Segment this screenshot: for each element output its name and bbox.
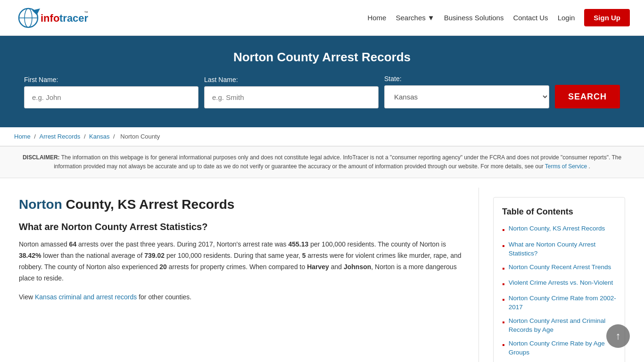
search-section-title: Norton County Arrest Records [14,50,630,65]
breadcrumb-home[interactable]: Home [14,133,31,140]
nav-signup[interactable]: Sign Up [584,9,630,26]
content-heading-highlight: Norton [19,197,62,212]
first-name-label: First Name: [24,76,58,83]
nav: Home Searches ▼ Business Solutions Conta… [367,9,630,26]
content-para2: View Kansas criminal and arrest records … [19,292,464,303]
search-form: First Name: Last Name: State: Kansas Ala… [14,75,630,108]
stat-455: 455.13 [289,240,309,248]
section1-heading: What are Norton County Arrest Statistics… [19,222,464,232]
search-button[interactable]: SEARCH [555,85,620,108]
disclaimer-bold: DISCLAIMER: [23,154,60,161]
toc-item: Norton County Arrest and Criminal Record… [502,317,616,335]
disclaimer-text: The information on this webpage is for g… [54,154,621,170]
search-section: Norton County Arrest Records First Name:… [0,36,644,127]
toc-item: Norton County, KS Arrest Records [502,224,616,235]
nav-login[interactable]: Login [558,14,575,22]
last-name-group: Last Name: [204,76,379,108]
disclaimer: DISCLAIMER: The information on this webp… [0,146,644,178]
logo-area: info tracer ™ [14,5,90,31]
content-heading-rest: County, KS Arrest Records [62,197,235,212]
stat-64: 64 [69,240,77,248]
toc-link[interactable]: What are Norton County Arrest Statistics… [509,240,616,258]
breadcrumb-sep1: / [34,133,37,140]
toc-link[interactable]: Norton County, KS Arrest Records [509,224,605,233]
kansas-records-link[interactable]: Kansas criminal and arrest records [35,293,137,301]
toc-item: Norton County Crime Rate by Age Groups [502,339,616,357]
main-content: Norton County, KS Arrest Records What ar… [0,178,644,362]
toc-item: Norton County Recent Arrest Trends [502,263,616,274]
state-group: State: Kansas Alabama Alaska Arizona Ark… [384,75,549,108]
toc-list: Norton County, KS Arrest RecordsWhat are… [502,224,616,362]
breadcrumb-norton-county: Norton County [120,133,160,140]
disclaimer-tos-link[interactable]: Terms of Service [545,163,587,170]
toc-box: Table of Contents Norton County, KS Arre… [493,197,625,362]
toc-heading: Table of Contents [502,207,616,217]
chevron-down-icon: ▼ [428,14,435,22]
last-name-input[interactable] [204,86,379,108]
toc-item: Violent Crime Arrests vs. Non-Violent [502,279,616,289]
scroll-up-button[interactable]: ↑ [606,324,630,348]
toc-item: Norton County Crime Rate from 2002-2017 [502,294,616,312]
svg-text:info: info [41,12,59,24]
content-heading: Norton County, KS Arrest Records [19,197,464,212]
breadcrumb-arrest-records[interactable]: Arrest Records [40,133,81,140]
toc-item: What are Norton County Arrest Statistics… [502,240,616,258]
stat-38: 38.42% [19,252,41,259]
nav-searches[interactable]: Searches ▼ [396,14,434,22]
stat-5: 5 [302,252,306,259]
first-name-input[interactable] [24,86,198,108]
county-harvey: Harvey [307,263,329,271]
nav-business-solutions[interactable]: Business Solutions [444,14,504,22]
nav-contact-us[interactable]: Contact Us [513,14,548,22]
toc-link[interactable]: Norton County Arrest and Criminal Record… [509,317,616,335]
svg-text:™: ™ [84,10,88,15]
toc-link[interactable]: Norton County Recent Arrest Trends [509,263,611,272]
header: info tracer ™ Home Searches ▼ Business S… [0,0,644,36]
state-label: State: [384,75,402,82]
breadcrumb: Home / Arrest Records / Kansas / Norton … [0,127,644,146]
first-name-group: First Name: [24,76,198,108]
county-johnson: Johnson [344,263,371,271]
logo[interactable]: info tracer ™ [14,5,90,31]
last-name-label: Last Name: [204,76,238,83]
nav-home[interactable]: Home [367,14,386,22]
disclaimer-end: . [589,163,590,170]
stat-20: 20 [159,263,167,271]
toc-link[interactable]: Violent Crime Arrests vs. Non-Violent [509,279,613,288]
breadcrumb-sep2: / [84,133,87,140]
toc-link[interactable]: Norton County Crime Rate from 2002-2017 [509,294,616,312]
state-select[interactable]: Kansas Alabama Alaska Arizona Arkansas C… [384,85,549,108]
breadcrumb-sep3: / [113,133,116,140]
content-para1: Norton amassed 64 arrests over the past … [19,239,464,284]
toc-link[interactable]: Norton County Crime Rate by Age Groups [509,339,616,357]
breadcrumb-kansas[interactable]: Kansas [89,133,109,140]
content-area: Norton County, KS Arrest Records What ar… [14,188,479,362]
stat-739: 739.02 [144,252,165,259]
